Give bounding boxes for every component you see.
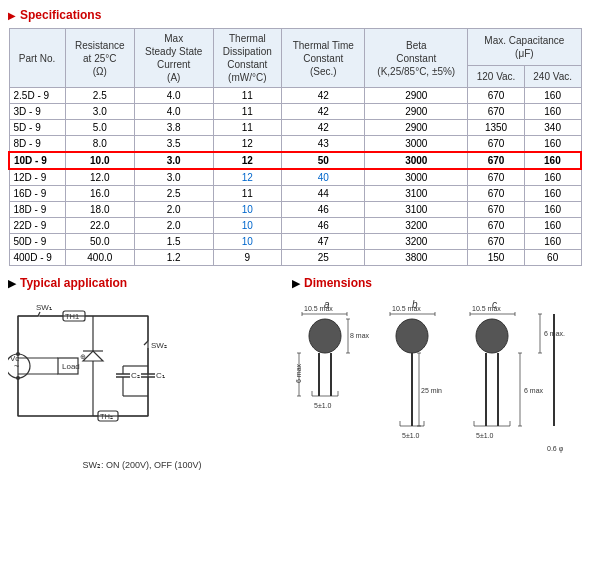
- svg-text:6 max: 6 max: [295, 363, 302, 383]
- cell-steady_state: 1.2: [134, 250, 213, 266]
- cell-thermal_time: 43: [282, 136, 365, 153]
- cell-part: 400D - 9: [9, 250, 65, 266]
- cell-part: 8D - 9: [9, 136, 65, 153]
- svg-point-74: [396, 319, 428, 353]
- typical-app-triangle-icon: ▶: [8, 277, 16, 290]
- typical-app-section: ▶ Typical application ~ Vc SW₁ TH1: [8, 276, 276, 470]
- col-thermal-dissipation: ThermalDissipationConstant(mW/°C): [213, 29, 282, 88]
- cell-thermal_time: 44: [282, 186, 365, 202]
- cell-part: 50D - 9: [9, 234, 65, 250]
- table-row: 12D - 912.03.012403000670160: [9, 169, 581, 186]
- cell-resistance: 18.0: [65, 202, 134, 218]
- cell-part: 3D - 9: [9, 104, 65, 120]
- col-resistance: Resistanceat 25°C(Ω): [65, 29, 134, 88]
- cell-thermal_dissipation: 12: [213, 152, 282, 169]
- typical-app-caption: SW₂: ON (200V), OFF (100V): [8, 460, 276, 470]
- cell-beta: 2900: [365, 120, 468, 136]
- cell-cap240: 340: [524, 120, 581, 136]
- svg-line-5: [38, 312, 40, 316]
- svg-text:Load: Load: [62, 362, 80, 371]
- cell-steady_state: 4.0: [134, 88, 213, 104]
- cell-thermal_time: 50: [282, 152, 365, 169]
- cell-resistance: 8.0: [65, 136, 134, 153]
- bottom-section: ▶ Typical application ~ Vc SW₁ TH1: [8, 276, 582, 470]
- cell-thermal_dissipation: 11: [213, 120, 282, 136]
- cell-part: 18D - 9: [9, 202, 65, 218]
- table-row: 2.5D - 92.54.011422900670160: [9, 88, 581, 104]
- cell-thermal_time: 47: [282, 234, 365, 250]
- svg-text:C₂: C₂: [131, 371, 140, 380]
- cell-cap240: 160: [524, 234, 581, 250]
- svg-text:6 max: 6 max: [524, 387, 544, 394]
- cell-thermal_dissipation: 11: [213, 186, 282, 202]
- table-row: 3D - 93.04.011422900670160: [9, 104, 581, 120]
- svg-line-18: [144, 341, 148, 345]
- cell-resistance: 22.0: [65, 218, 134, 234]
- cell-cap240: 160: [524, 152, 581, 169]
- svg-text:10.5 max: 10.5 max: [392, 305, 421, 312]
- cell-resistance: 10.0: [65, 152, 134, 169]
- cell-steady_state: 1.5: [134, 234, 213, 250]
- cell-beta: 2900: [365, 104, 468, 120]
- cell-cap120: 150: [468, 250, 525, 266]
- cell-beta: 3200: [365, 218, 468, 234]
- svg-text:5±1.0: 5±1.0: [402, 432, 420, 439]
- cell-steady_state: 3.0: [134, 152, 213, 169]
- cell-steady_state: 2.5: [134, 186, 213, 202]
- cell-cap240: 60: [524, 250, 581, 266]
- typical-app-title: Typical application: [20, 276, 127, 290]
- cell-cap240: 160: [524, 186, 581, 202]
- cell-resistance: 400.0: [65, 250, 134, 266]
- cell-thermal_dissipation: 9: [213, 250, 282, 266]
- svg-text:25 min: 25 min: [421, 387, 442, 394]
- cell-resistance: 12.0: [65, 169, 134, 186]
- cell-cap240: 160: [524, 104, 581, 120]
- cell-resistance: 50.0: [65, 234, 134, 250]
- specs-triangle-icon: ▶: [8, 10, 16, 21]
- cell-thermal_time: 42: [282, 120, 365, 136]
- dimensions-triangle-icon: ▶: [292, 277, 300, 290]
- cell-thermal_time: 40: [282, 169, 365, 186]
- cell-thermal_dissipation: 10: [213, 218, 282, 234]
- table-row: 16D - 916.02.511443100670160: [9, 186, 581, 202]
- cell-thermal_time: 25: [282, 250, 365, 266]
- svg-text:8 max: 8 max: [350, 332, 370, 339]
- cell-steady_state: 3.5: [134, 136, 213, 153]
- cell-steady_state: 2.0: [134, 202, 213, 218]
- specs-title: Specifications: [20, 8, 101, 22]
- col-capacitance: Max. Capacitance(μF): [468, 29, 581, 66]
- cell-cap120: 670: [468, 88, 525, 104]
- table-row: 5D - 95.03.8114229001350340: [9, 120, 581, 136]
- svg-marker-12: [83, 351, 103, 361]
- col-steady-state: MaxSteady StateCurrent(A): [134, 29, 213, 88]
- cell-thermal_dissipation: 11: [213, 88, 282, 104]
- cell-part: 5D - 9: [9, 120, 65, 136]
- cell-cap240: 160: [524, 202, 581, 218]
- cell-beta: 3000: [365, 152, 468, 169]
- cell-cap120: 670: [468, 234, 525, 250]
- cell-thermal_time: 42: [282, 88, 365, 104]
- table-row: 400D - 9400.01.2925380015060: [9, 250, 581, 266]
- cell-thermal_dissipation: 12: [213, 169, 282, 186]
- cell-resistance: 16.0: [65, 186, 134, 202]
- col-thermal-time: Thermal TimeConstant(Sec.): [282, 29, 365, 88]
- cell-steady_state: 2.0: [134, 218, 213, 234]
- cell-steady_state: 3.0: [134, 169, 213, 186]
- col-cap240: 240 Vac.: [524, 65, 581, 87]
- svg-text:C₁: C₁: [156, 371, 165, 380]
- cell-cap240: 160: [524, 169, 581, 186]
- cell-beta: 3000: [365, 136, 468, 153]
- cell-resistance: 3.0: [65, 104, 134, 120]
- dimensions-title: Dimensions: [304, 276, 372, 290]
- svg-text:5±1.0: 5±1.0: [476, 432, 494, 439]
- cell-cap240: 160: [524, 136, 581, 153]
- cell-steady_state: 3.8: [134, 120, 213, 136]
- cell-cap120: 670: [468, 218, 525, 234]
- specs-table: Part No. Resistanceat 25°C(Ω) MaxSteady …: [8, 28, 582, 266]
- table-row: 18D - 918.02.010463100670160: [9, 202, 581, 218]
- cell-resistance: 2.5: [65, 88, 134, 104]
- cell-cap120: 670: [468, 169, 525, 186]
- svg-text:TH1: TH1: [65, 312, 79, 321]
- specs-section: ▶ Specifications Part No. Resistanceat 2…: [8, 8, 582, 266]
- cell-part: 12D - 9: [9, 169, 65, 186]
